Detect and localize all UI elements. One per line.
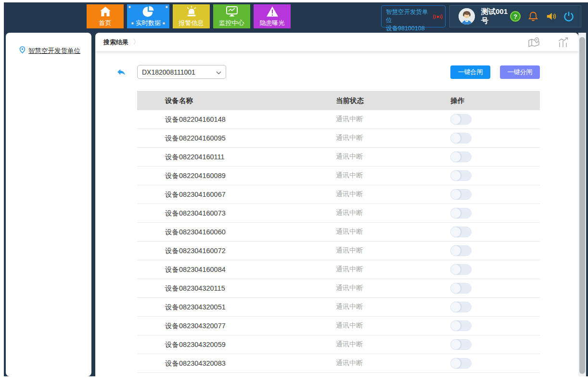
device-toggle-off[interactable] [450, 208, 472, 218]
gateway-select[interactable]: DX182008111001 [137, 65, 226, 79]
main-panel: 搜索结果 〉 [95, 33, 578, 376]
scrollbar-thumb[interactable] [579, 37, 585, 374]
device-status: 通讯中断 [336, 359, 447, 368]
device-status: 通讯中断 [336, 340, 447, 349]
device-toggle-off[interactable] [450, 170, 472, 181]
toggle-knob [450, 339, 461, 350]
device-toggle-off[interactable] [450, 320, 472, 331]
table-row: 设备082304320077 通讯中断 [137, 317, 540, 335]
device-status: 通讯中断 [336, 246, 447, 255]
header-status: 当前状态 [336, 96, 447, 105]
table-row: 设备082204160111 通讯中断 [137, 148, 540, 166]
device-info-unit: 智慧空开发货单位 [386, 8, 433, 25]
table-row: 设备082304160072 通讯中断 [137, 242, 540, 260]
device-toggle-off[interactable] [450, 133, 472, 143]
content-row: 智慧空开发货单位 搜索结果 〉 [6, 33, 586, 376]
pin-icon [163, 22, 165, 25]
nav-monitor-center[interactable]: 监控中心 [213, 4, 250, 28]
toggle-knob [450, 358, 461, 369]
avatar[interactable] [459, 8, 475, 25]
panel-body: DX182008111001 一键合闸 一键分闸 设备名称 当前状态 操作 [95, 52, 578, 376]
device-status: 通讯中断 [336, 115, 447, 124]
device-name: 设备082304160084 [137, 265, 336, 274]
speaker-icon[interactable] [546, 11, 556, 22]
device-name: 设备082204160095 [137, 134, 336, 143]
table-row: 设备082304160060 通讯中断 [137, 223, 540, 242]
device-name: 设备082204160111 [137, 153, 336, 162]
device-name: 设备082304160072 [137, 246, 336, 256]
top-bar: 首页 实时数据 报警信息 监控中心 [4, 2, 588, 30]
bell-icon[interactable] [528, 11, 538, 22]
table-body: 设备082204160148 通讯中断 设备082204160095 通讯中断 … [137, 110, 540, 373]
nav-label: 隐患曝光 [260, 19, 285, 27]
help-icon[interactable]: ? [510, 11, 521, 22]
table-row: 设备082204160148 通讯中断 [137, 110, 540, 129]
device-info-id: 设备98100108 [386, 25, 433, 33]
device-toggle-off[interactable] [450, 283, 472, 294]
user-name: 测试001号 [481, 7, 510, 26]
breadcrumb-chevron-icon: 〉 [133, 38, 140, 47]
toggle-knob [450, 189, 461, 200]
device-toggle-off[interactable] [450, 114, 472, 125]
sidebar-item-label: 智慧空开发货单位 [28, 47, 80, 55]
chart-view-icon[interactable] [557, 37, 569, 48]
pin-icon [131, 22, 134, 25]
device-name: 设备082304320051 [137, 303, 336, 312]
device-status: 通讯中断 [336, 153, 447, 161]
device-info-box[interactable]: 智慧空开发货单位 设备98100108 [381, 5, 446, 27]
toggle-knob [450, 133, 461, 143]
table-row: 设备082304320115 通讯中断 [137, 279, 540, 298]
power-icon[interactable] [563, 11, 574, 22]
svg-text:?: ? [513, 13, 517, 20]
map-view-icon[interactable] [528, 37, 540, 48]
table-header: 设备名称 当前状态 操作 [137, 91, 540, 110]
pin-icon [128, 6, 131, 8]
open-all-button[interactable]: 一键分闸 [500, 65, 540, 79]
toggle-knob [450, 264, 461, 275]
device-name: 设备082304320115 [137, 284, 336, 293]
back-icon[interactable] [116, 67, 126, 77]
table-row: 设备082304320051 通讯中断 [137, 298, 540, 317]
table-row: 设备082304320083 通讯中断 [137, 354, 540, 373]
toggle-knob [450, 208, 461, 218]
sidebar-item-unit[interactable]: 智慧空开发货单位 [19, 46, 91, 56]
device-toggle-off[interactable] [450, 189, 472, 200]
nav-home[interactable]: 首页 [87, 4, 124, 28]
header-device-name: 设备名称 [137, 96, 336, 105]
home-icon [100, 5, 111, 18]
alarm-icon [185, 5, 198, 18]
table-row: 设备082204160095 通讯中断 [137, 129, 540, 148]
toggle-knob [450, 283, 461, 294]
device-status: 通讯中断 [336, 209, 447, 218]
device-toggle-off[interactable] [450, 227, 472, 237]
device-toggle-off[interactable] [450, 152, 472, 162]
nav-hazard-exposure[interactable]: 隐患曝光 [254, 4, 291, 28]
device-name: 设备082304160073 [137, 209, 336, 218]
scrollbar-track[interactable] [578, 33, 586, 376]
close-all-button[interactable]: 一键合闸 [450, 65, 490, 79]
toggle-knob [450, 245, 461, 256]
device-toggle-off[interactable] [450, 245, 472, 256]
device-toggle-off[interactable] [450, 358, 472, 369]
device-toggle-off[interactable] [450, 302, 472, 312]
nav-label: 监控中心 [219, 19, 244, 27]
table-row: 设备082204160089 通讯中断 [137, 166, 540, 185]
device-status: 通讯中断 [336, 303, 447, 311]
device-toggle-off[interactable] [450, 264, 472, 275]
table-row: 设备082304160084 通讯中断 [137, 260, 540, 279]
location-pin-icon [19, 46, 26, 56]
header-operation: 操作 [447, 96, 540, 105]
nav-alarm-info[interactable]: 报警信息 [173, 4, 210, 28]
top-nav: 首页 实时数据 报警信息 监控中心 [87, 4, 291, 28]
device-name: 设备082204160148 [137, 115, 336, 124]
device-name: 设备082204160089 [137, 171, 336, 180]
warning-icon [266, 5, 279, 18]
user-icons: ? [510, 11, 574, 22]
pie-chart-icon [142, 5, 154, 18]
nav-label: 实时数据 [136, 19, 161, 27]
device-status: 通讯中断 [336, 321, 447, 330]
device-toggle-off[interactable] [450, 339, 472, 350]
nav-realtime-data[interactable]: 实时数据 [127, 4, 169, 28]
sidebar: 智慧空开发货单位 [6, 33, 91, 376]
nav-label: 首页 [99, 19, 112, 27]
